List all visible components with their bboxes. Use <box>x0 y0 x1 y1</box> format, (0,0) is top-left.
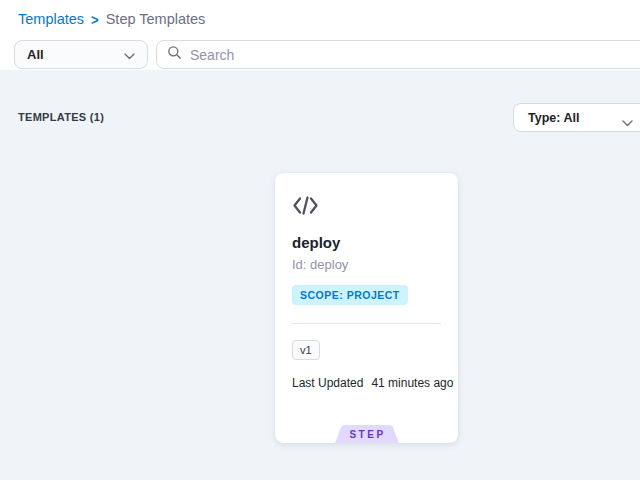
scope-filter-dropdown[interactable]: All <box>14 40 148 69</box>
last-updated: Last Updated41 minutes ago <box>292 376 453 390</box>
templates-count-label: TEMPLATES (1) <box>18 111 104 123</box>
scope-badge: SCOPE: PROJECT <box>292 285 408 305</box>
app-window: Templates > Step Templates All TEMPLATES… <box>0 0 640 480</box>
search-input[interactable] <box>190 47 639 63</box>
template-id: Id: deploy <box>292 257 348 272</box>
last-updated-value: 41 minutes ago <box>371 376 453 390</box>
chevron-down-icon <box>124 46 135 64</box>
type-filter-value: Type: All <box>528 111 579 125</box>
template-type-tab: STEP <box>332 425 402 443</box>
breadcrumb-separator-icon: > <box>91 10 99 27</box>
scope-filter-value: All <box>27 47 44 62</box>
header: Templates > Step Templates All <box>0 0 640 70</box>
card-divider <box>292 323 441 324</box>
code-icon <box>292 195 319 220</box>
chevron-down-icon <box>622 113 633 131</box>
search-box[interactable] <box>156 40 640 69</box>
breadcrumb-templates-link[interactable]: Templates <box>18 11 84 27</box>
template-card[interactable]: deploy Id: deploy SCOPE: PROJECT v1 Last… <box>275 173 458 443</box>
content-area: TEMPLATES (1) Type: All deploy Id: deplo… <box>0 70 640 480</box>
template-title: deploy <box>292 234 340 251</box>
step-tab-label: STEP <box>332 425 402 443</box>
breadcrumb: Templates > Step Templates <box>18 11 205 27</box>
version-chip: v1 <box>292 340 320 360</box>
type-filter-dropdown[interactable]: Type: All <box>513 103 640 132</box>
search-icon <box>167 45 190 64</box>
last-updated-label: Last Updated <box>292 376 363 390</box>
breadcrumb-current-page: Step Templates <box>106 11 206 27</box>
